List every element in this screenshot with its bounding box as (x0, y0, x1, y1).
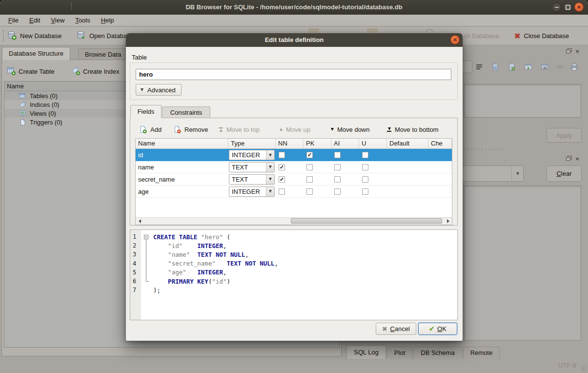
column-header-che[interactable]: Che (428, 139, 452, 148)
link-cell-icon[interactable] (540, 62, 550, 72)
dialog-titlebar[interactable]: Edit table definition (126, 33, 463, 47)
field-name-cell[interactable]: name (136, 161, 228, 173)
menu-view[interactable]: View (45, 16, 70, 25)
field-check-cell[interactable] (428, 161, 452, 173)
fold-marker[interactable] (141, 232, 151, 241)
chevron-down-icon[interactable] (266, 175, 274, 184)
move-to-bottom-button[interactable]: Move to bottom (387, 124, 439, 135)
type-combo[interactable]: TEXT (229, 174, 275, 185)
scrollbar-track[interactable] (143, 218, 444, 225)
close-database-button[interactable]: ✖ Close Database (514, 29, 569, 42)
dock-float-icon[interactable] (566, 48, 572, 55)
tab-constraints[interactable]: Constraints (162, 106, 210, 118)
field-check-cell[interactable] (428, 186, 452, 197)
import-data-icon[interactable] (490, 62, 501, 72)
cell-editor-textarea[interactable] (464, 84, 581, 118)
create-table-button[interactable]: Create Table (7, 65, 54, 77)
clear-log-button[interactable]: Clear (547, 166, 582, 182)
checkbox-ai[interactable] (334, 188, 341, 195)
checkbox-pk[interactable] (306, 188, 313, 195)
tab-remote[interactable]: Remote (463, 347, 500, 359)
column-header-name[interactable]: Name (136, 139, 228, 148)
field-row[interactable]: secret_nameTEXT✓ (136, 173, 452, 186)
text-align-icon[interactable] (474, 62, 485, 72)
print-icon[interactable] (569, 62, 580, 72)
menu-help[interactable]: Help (96, 16, 120, 25)
checkbox-pk[interactable] (306, 176, 313, 183)
sql-log-textarea[interactable] (464, 186, 581, 341)
field-default-cell[interactable] (387, 161, 428, 173)
add-button[interactable]: Add (139, 124, 162, 135)
tab-database-structure[interactable]: Database Structure (2, 47, 70, 60)
checkbox-u[interactable] (362, 164, 368, 170)
menu-file[interactable]: File (3, 16, 24, 25)
column-header-ai[interactable]: AI (331, 139, 359, 148)
scroll-right-icon[interactable] (444, 218, 452, 225)
create-index-button[interactable]: Create Index (71, 65, 119, 77)
checkbox-nn[interactable]: ✓ (279, 164, 285, 170)
chevron-down-icon[interactable] (266, 150, 274, 160)
checkbox-nn[interactable] (279, 152, 285, 158)
close-window-icon[interactable] (574, 2, 584, 12)
sql-preview[interactable]: 1CREATE TABLE "hero" (2 "id" INTEGER,3 "… (130, 229, 458, 320)
field-row[interactable]: nameTEXT✓ (136, 161, 452, 173)
open-database-button[interactable]: Open Database (76, 29, 134, 42)
checkbox-ai[interactable] (334, 152, 341, 158)
sql-log-filter-combo[interactable] (454, 166, 524, 182)
field-row[interactable]: idINTEGER✓ (136, 149, 452, 161)
type-combo[interactable]: INTEGER (229, 186, 275, 197)
tab-browse-data[interactable]: Browse Data (78, 48, 128, 60)
cancel-button[interactable]: ✖ Cancel (376, 323, 416, 335)
dock-float-icon[interactable] (566, 155, 572, 163)
checkbox-pk[interactable] (306, 164, 313, 170)
toolbar-drag-handle[interactable] (3, 30, 4, 41)
menu-tools[interactable]: Tools (70, 16, 95, 25)
dock-close-icon[interactable]: ✕ (575, 49, 579, 54)
tab-fields[interactable]: Fields (130, 105, 162, 118)
field-check-cell[interactable] (428, 149, 452, 161)
scrollbar-thumb[interactable] (291, 218, 442, 224)
checkbox-ai[interactable] (334, 164, 341, 170)
column-header-u[interactable]: U (359, 139, 387, 148)
checkbox-u[interactable] (362, 188, 368, 195)
column-header-pk[interactable]: PK (304, 139, 331, 148)
tab-sql-log[interactable]: SQL Log (346, 345, 386, 359)
column-header-nn[interactable]: NN (276, 139, 304, 148)
ok-button[interactable]: ✔ OK (418, 323, 457, 335)
checkbox-u[interactable] (362, 152, 368, 158)
dock-splitter[interactable] (465, 149, 504, 150)
field-check-cell[interactable] (428, 173, 452, 185)
resize-grip[interactable] (581, 366, 587, 372)
field-row[interactable]: ageINTEGER (136, 186, 452, 198)
field-default-cell[interactable] (387, 186, 428, 197)
field-name-cell[interactable]: id (136, 149, 228, 161)
scroll-left-icon[interactable] (136, 218, 143, 225)
checkbox-nn[interactable]: ✓ (279, 176, 285, 183)
tab-plot[interactable]: Plot (387, 347, 412, 359)
checkbox-ai[interactable] (334, 176, 341, 183)
field-name-cell[interactable]: age (136, 186, 228, 197)
type-combo[interactable]: TEXT (229, 162, 275, 172)
field-default-cell[interactable] (387, 149, 428, 161)
column-header-type[interactable]: Type (228, 139, 276, 148)
type-combo[interactable]: INTEGER (229, 150, 275, 160)
move-down-button[interactable]: Move down (331, 124, 369, 135)
dock-close-icon[interactable]: ✕ (575, 157, 579, 162)
minimize-icon[interactable] (552, 2, 561, 12)
chevron-down-icon[interactable] (266, 187, 274, 196)
maximize-icon[interactable] (563, 2, 572, 12)
horizontal-scrollbar[interactable] (136, 217, 452, 225)
tab-db-schema[interactable]: DB Schema (413, 347, 462, 359)
checkbox-u[interactable] (362, 176, 368, 183)
field-name-cell[interactable]: secret_name (136, 173, 228, 185)
dialog-close-icon[interactable] (450, 35, 460, 44)
chevron-down-icon[interactable] (266, 163, 274, 172)
menu-edit[interactable]: Edit (24, 16, 45, 25)
column-header-default[interactable]: Default (387, 139, 428, 148)
checkbox-pk[interactable]: ✓ (306, 152, 313, 158)
table-name-input[interactable] (136, 69, 451, 80)
checkbox-nn[interactable] (279, 188, 285, 195)
advanced-button[interactable]: Advanced (136, 84, 182, 96)
open-external-icon[interactable] (523, 62, 534, 72)
field-default-cell[interactable] (387, 173, 428, 185)
